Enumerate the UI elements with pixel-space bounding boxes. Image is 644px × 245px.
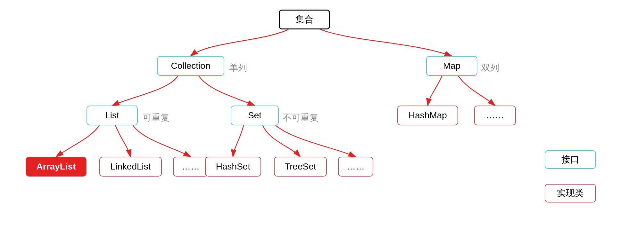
collection-node: Collection [157, 56, 224, 76]
treeset-node: TreeSet [274, 157, 327, 177]
linkedlist-node: LinkedList [99, 157, 162, 177]
single-label: 单列 [229, 62, 247, 74]
double-label: 双列 [481, 62, 499, 74]
legend-interface-node: 接口 [545, 150, 596, 169]
set-dots-node: …… [338, 157, 373, 177]
root-node: 集合 [279, 10, 330, 29]
set-node: Set [231, 106, 279, 125]
list-node: List [87, 106, 138, 125]
arraylist-node: ArrayList [26, 157, 87, 177]
repeatable-label: 可重复 [143, 112, 169, 124]
hashset-node: HashSet [205, 157, 261, 177]
map-dots-node: …… [474, 106, 516, 125]
no-repeat-label: 不可重复 [283, 112, 318, 124]
hashmap-node: HashMap [397, 106, 458, 125]
map-node: Map [426, 56, 477, 76]
list-dots-node: …… [173, 157, 208, 177]
legend-impl-node: 实现类 [545, 184, 596, 202]
